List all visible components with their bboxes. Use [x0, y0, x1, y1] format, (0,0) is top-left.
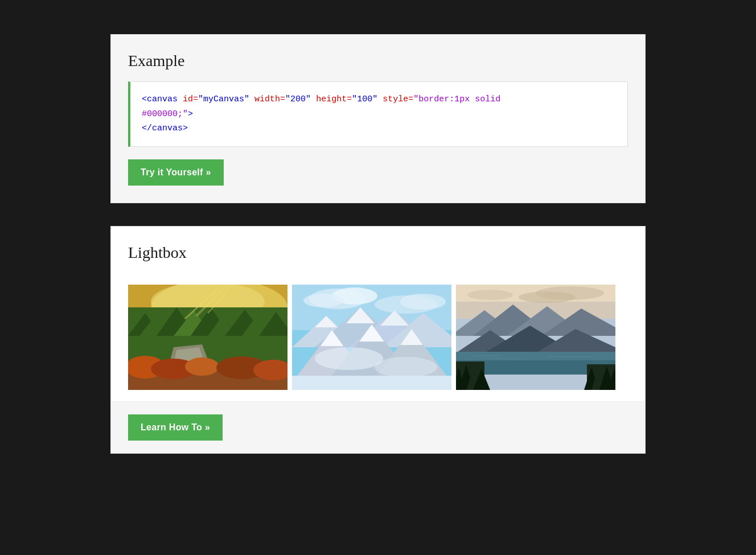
svg-point-51: [519, 291, 576, 303]
lightbox-images-container: [111, 285, 645, 390]
code-closing-tag: </canvas>: [142, 124, 188, 133]
code-block: <canvas id="myCanvas" width="200" height…: [128, 81, 628, 147]
code-tag-open: <canvas: [142, 94, 178, 104]
code-attr-width: width=: [254, 94, 285, 104]
learn-how-to-button[interactable]: Learn How To »: [128, 414, 223, 441]
svg-rect-46: [292, 376, 451, 390]
code-attr-style: style=: [383, 94, 413, 104]
svg-point-45: [375, 357, 437, 377]
code-line-2: #000000;">: [142, 107, 616, 122]
lightbox-title: Lightbox: [128, 244, 628, 262]
lightbox-image-2[interactable]: [292, 285, 451, 390]
example-card: Example <canvas id="myCanvas" width="200…: [110, 34, 646, 203]
code-attr-id-val: "myCanvas": [198, 94, 249, 104]
code-line-1: <canvas id="myCanvas" width="200" height…: [142, 92, 616, 107]
code-attr-style-val: "border:1px solid: [413, 94, 500, 104]
code-color-val: #000000;": [142, 109, 188, 119]
svg-point-18: [185, 357, 219, 376]
code-attr-height: height=: [316, 94, 352, 104]
code-attr-id: id=: [183, 94, 198, 104]
lightbox-image-1[interactable]: [128, 285, 287, 390]
svg-point-52: [467, 290, 513, 300]
lightbox-header: Lightbox: [111, 227, 645, 285]
code-tag-close-bracket: >: [188, 109, 193, 119]
code-attr-width-val: "200": [285, 94, 311, 104]
svg-point-30: [400, 294, 446, 310]
code-line-3: </canvas>: [142, 121, 616, 136]
example-title: Example: [128, 52, 628, 70]
code-attr-height-val: "100": [352, 94, 377, 104]
try-it-yourself-button[interactable]: Try it Yourself »: [128, 159, 224, 186]
lightbox-image-3[interactable]: [456, 285, 615, 390]
svg-point-44: [315, 347, 383, 370]
lightbox-footer: Learn How To »: [111, 401, 645, 453]
svg-point-28: [303, 294, 343, 307]
lightbox-card: Lightbox: [110, 226, 646, 454]
